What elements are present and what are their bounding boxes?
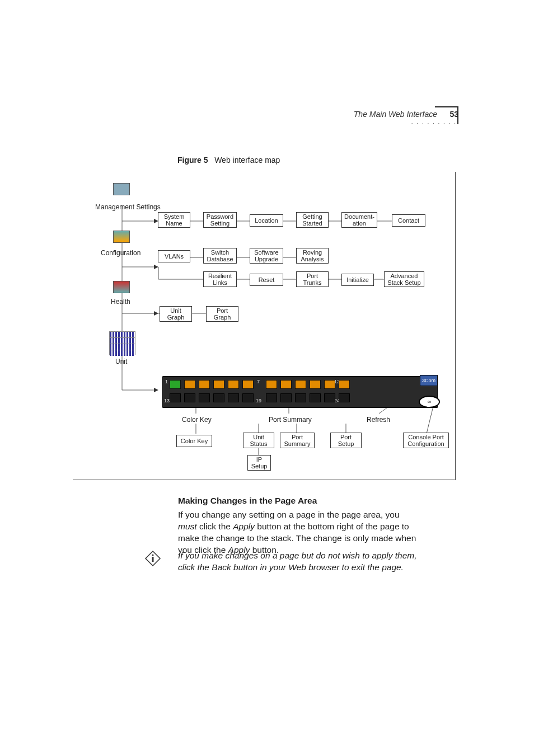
info-icon — [144, 550, 161, 567]
logo-oval: ∞ — [419, 396, 440, 408]
node-port-summary[interactable]: PortSummary — [280, 433, 315, 448]
node-roving-analysis[interactable]: RovingAnalysis — [296, 248, 329, 264]
config-icon — [113, 231, 130, 243]
logo-3com: 3Com — [420, 375, 438, 386]
node-unit-graph[interactable]: UnitGraph — [160, 306, 192, 322]
node-contact[interactable]: Contact — [392, 214, 425, 227]
figure-title: Web interface map — [214, 156, 280, 165]
node-software-upgrade[interactable]: SoftwareUpgrade — [250, 248, 283, 264]
node-password-setting[interactable]: PasswordSetting — [203, 212, 237, 228]
ptr-color-key: Color Key — [182, 416, 212, 424]
cat-health-label: Health — [111, 298, 130, 306]
figure-frame: Management Settings SystemName PasswordS… — [73, 172, 456, 480]
ptr-port-summary: Port Summary — [269, 416, 312, 424]
svg-rect-38 — [152, 557, 154, 562]
node-system-name[interactable]: SystemName — [158, 212, 190, 228]
note-paragraph: If you make changes on a page but do not… — [178, 550, 419, 574]
cat-unit-label: Unit — [115, 358, 127, 365]
node-reset[interactable]: Reset — [250, 274, 283, 286]
node-port-setup[interactable]: PortSetup — [330, 433, 362, 448]
header-dots: · · · · · · · · · — [411, 120, 457, 126]
node-ip-setup[interactable]: IPSetup — [247, 455, 271, 471]
unit-icon — [109, 331, 135, 355]
node-documentation[interactable]: Document-ation — [341, 212, 377, 228]
svg-line-30 — [427, 404, 434, 434]
node-unit-status[interactable]: UnitStatus — [243, 433, 274, 448]
node-vlans[interactable]: VLANs — [158, 250, 190, 262]
node-initialize[interactable]: Initialize — [341, 274, 374, 286]
node-resilient-links[interactable]: ResilientLinks — [203, 271, 237, 287]
health-icon — [113, 281, 130, 293]
cat-mgmt-label: Management Settings — [95, 203, 161, 211]
svg-marker-22 — [154, 311, 158, 316]
node-port-trunks[interactable]: PortTrunks — [296, 271, 329, 287]
ptr-refresh: Refresh — [367, 416, 390, 424]
cat-config-label: Configuration — [101, 249, 140, 257]
device-panel[interactable]: 1 6 7 12 13 18 19 24 — [162, 376, 438, 408]
node-getting-started[interactable]: GettingStarted — [296, 212, 329, 228]
node-adv-stack-setup[interactable]: AdvancedStack Setup — [384, 271, 424, 287]
section-heading: Making Changes in the Page Area — [178, 495, 419, 507]
section-heading-block: Making Changes in the Page Area — [178, 495, 419, 510]
node-color-key[interactable]: Color Key — [176, 435, 212, 447]
paragraph-1: If you change any setting on a page in t… — [178, 509, 419, 556]
figure-label: Figure 5 — [177, 156, 208, 165]
node-port-graph[interactable]: PortGraph — [206, 306, 238, 322]
section-title: The Main Web Interface — [354, 110, 437, 119]
svg-point-37 — [152, 554, 153, 556]
figure-caption: Figure 5 Web interface map — [177, 156, 280, 165]
svg-marker-9 — [154, 265, 158, 269]
svg-marker-26 — [154, 388, 158, 392]
mgmt-icon — [113, 183, 130, 195]
node-switch-database[interactable]: SwitchDatabase — [203, 248, 237, 264]
node-location[interactable]: Location — [250, 214, 283, 227]
node-console-port-config[interactable]: Console PortConfiguration — [403, 433, 449, 448]
